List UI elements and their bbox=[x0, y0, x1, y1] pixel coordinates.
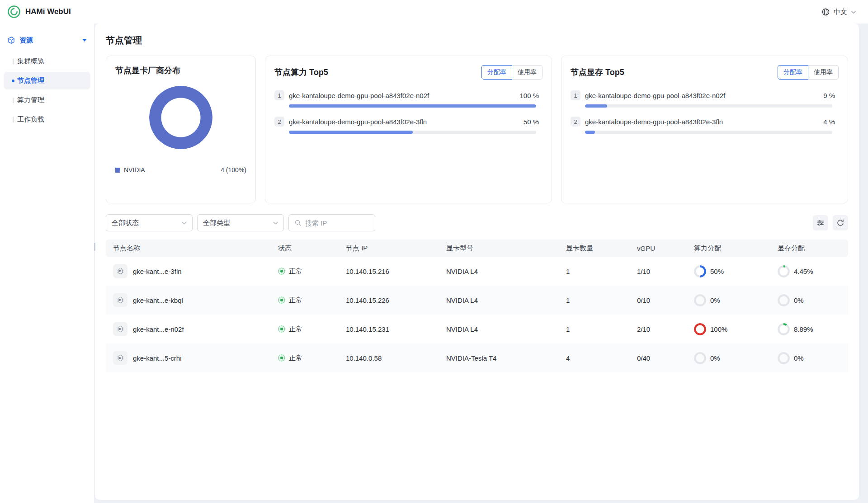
sidebar-item-compute-management[interactable]: 算力管理 bbox=[4, 91, 90, 109]
cell-node-ip: 10.140.15.226 bbox=[339, 296, 439, 304]
chevron-down-icon bbox=[273, 221, 278, 225]
cell-memory-allocation: 4.45% bbox=[770, 265, 848, 277]
cell-gpu-model: NVIDIA L4 bbox=[439, 325, 559, 333]
cell-node-ip: 10.140.15.231 bbox=[339, 325, 439, 333]
sidebar-resize-handle[interactable] bbox=[94, 243, 95, 251]
cell-memory-allocation: 0% bbox=[770, 294, 848, 306]
cell-gpu-model: NVIDIA L4 bbox=[439, 268, 559, 275]
col-header-status: 状态 bbox=[271, 244, 339, 253]
col-header-compute-allocation: 算力分配 bbox=[687, 244, 770, 253]
sidebar-item-node-management[interactable]: 节点管理 bbox=[4, 72, 90, 89]
chevron-down-icon bbox=[82, 39, 87, 42]
usage-rate-tab[interactable]: 使用率 bbox=[808, 65, 839, 80]
progress-fill bbox=[289, 131, 413, 134]
gpu-chip-icon bbox=[113, 351, 127, 365]
memory-percent: 8.89% bbox=[794, 325, 813, 333]
language-label: 中文 bbox=[834, 8, 847, 16]
col-header-node-name: 节点名称 bbox=[106, 244, 271, 253]
node-name: gke-kantaloupe-demo-gpu-pool-a843f02e-n0… bbox=[289, 92, 515, 99]
sidebar-item-workloads[interactable]: 工作负载 bbox=[4, 111, 90, 128]
progress-track bbox=[289, 131, 536, 134]
progress-track bbox=[585, 104, 832, 108]
column-settings-icon bbox=[816, 219, 825, 227]
sidebar-group-resources[interactable]: 资源 bbox=[0, 30, 94, 51]
table-settings-button[interactable] bbox=[813, 215, 828, 230]
node-name-text[interactable]: gke-kant...e-kbql bbox=[133, 296, 183, 304]
cell-gpu-count: 1 bbox=[559, 325, 630, 333]
compute-percent: 50% bbox=[710, 268, 724, 275]
cell-gpu-count: 1 bbox=[559, 296, 630, 304]
language-switcher[interactable]: 中文 bbox=[821, 8, 868, 16]
compute-ring-chart bbox=[694, 352, 706, 364]
progress-fill bbox=[585, 131, 595, 134]
vendor-distribution-card: 节点显卡厂商分布 NVIDIA 4 (100%) bbox=[106, 56, 256, 203]
allocation-rate-tab[interactable]: 分配率 bbox=[778, 65, 808, 80]
app-title: HAMi WebUI bbox=[25, 7, 71, 16]
main-area: 节点管理 节点显卡厂商分布 NVIDIA 4 (100%) 节点算力 Top5 bbox=[94, 24, 868, 503]
col-header-vgpu: vGPU bbox=[630, 244, 687, 252]
status-badge: 正常 bbox=[289, 325, 302, 334]
compute-percent: 0% bbox=[710, 354, 720, 362]
sidebar-item-label: 算力管理 bbox=[17, 96, 44, 103]
rank-badge: 2 bbox=[571, 117, 580, 127]
node-name-text[interactable]: gke-kant...e-n02f bbox=[133, 325, 184, 333]
node-value: 4 % bbox=[823, 118, 835, 126]
table-row[interactable]: gke-kant...e-kbql 正常 10.140.15.226 NVIDI… bbox=[106, 286, 848, 315]
cell-node-name: gke-kant...e-n02f bbox=[106, 322, 271, 336]
app-layout: 资源 集群概览 节点管理 算力管理 工作负载 节点管理 节点显卡厂商分布 NVI bbox=[0, 24, 868, 503]
chevron-down-icon bbox=[182, 221, 187, 225]
cell-vgpu: 0/40 bbox=[630, 354, 687, 362]
gpu-chip-icon bbox=[113, 293, 127, 307]
node-value: 50 % bbox=[524, 118, 539, 126]
cell-node-name: gke-kant...e-3fln bbox=[106, 264, 271, 278]
card-title: 节点显存 Top5 bbox=[571, 67, 624, 78]
brand: HAMi WebUI bbox=[0, 5, 71, 19]
table-row[interactable]: gke-kant...5-crhi 正常 10.140.0.58 NVIDIA-… bbox=[106, 343, 848, 372]
cell-status: 正常 bbox=[271, 354, 339, 362]
cell-status: 正常 bbox=[271, 325, 339, 334]
usage-rate-tab[interactable]: 使用率 bbox=[512, 65, 542, 80]
rank-badge: 2 bbox=[274, 117, 284, 127]
type-filter-value: 全部类型 bbox=[203, 219, 230, 227]
node-name-text[interactable]: gke-kant...5-crhi bbox=[133, 354, 182, 362]
cube-icon bbox=[7, 36, 15, 44]
content-panel: 节点管理 节点显卡厂商分布 NVIDIA 4 (100%) 节点算力 Top5 bbox=[95, 24, 859, 500]
compute-ring-chart bbox=[694, 294, 706, 306]
app-logo-icon bbox=[7, 5, 21, 19]
compute-ring-chart bbox=[694, 265, 706, 277]
node-name: gke-kantaloupe-demo-gpu-pool-a843f02e-n0… bbox=[585, 92, 819, 99]
search-box bbox=[288, 214, 375, 231]
table-row[interactable]: gke-kant...e-3fln 正常 10.140.15.216 NVIDI… bbox=[106, 257, 848, 286]
cell-node-name: gke-kant...e-kbql bbox=[106, 293, 271, 307]
cell-compute-allocation: 50% bbox=[687, 265, 770, 277]
legend-swatch bbox=[115, 168, 120, 173]
memory-top5-card: 节点显存 Top5 分配率 使用率 1 gke-kantaloupe-demo-… bbox=[561, 56, 848, 203]
table-body: gke-kant...e-3fln 正常 10.140.15.216 NVIDI… bbox=[106, 257, 848, 372]
list-item: 1 gke-kantaloupe-demo-gpu-pool-a843f02e-… bbox=[571, 90, 839, 108]
rate-toggle: 分配率 使用率 bbox=[481, 65, 542, 80]
sidebar-item-label: 工作负载 bbox=[17, 115, 44, 123]
table-row[interactable]: gke-kant...e-n02f 正常 10.140.15.231 NVIDI… bbox=[106, 315, 848, 343]
status-ok-icon bbox=[278, 325, 285, 333]
type-filter-select[interactable]: 全部类型 bbox=[197, 214, 284, 231]
cell-vgpu: 0/10 bbox=[630, 296, 687, 304]
filter-row: 全部状态 全部类型 bbox=[106, 214, 848, 231]
search-ip-input[interactable] bbox=[305, 219, 369, 227]
memory-ring-chart bbox=[778, 265, 790, 277]
compute-ring-chart bbox=[694, 323, 706, 335]
table-header-row: 节点名称 状态 节点 IP 显卡型号 显卡数量 vGPU 算力分配 显存分配 bbox=[106, 240, 848, 257]
node-name-text[interactable]: gke-kant...e-3fln bbox=[133, 268, 182, 275]
allocation-rate-tab[interactable]: 分配率 bbox=[481, 65, 512, 80]
cell-compute-allocation: 0% bbox=[687, 294, 770, 306]
refresh-icon bbox=[836, 219, 844, 227]
progress-track bbox=[289, 104, 536, 108]
status-filter-select[interactable]: 全部状态 bbox=[106, 214, 193, 231]
refresh-button[interactable] bbox=[833, 215, 848, 230]
gpu-chip-icon bbox=[113, 322, 127, 336]
progress-track bbox=[585, 131, 832, 134]
cell-node-ip: 10.140.0.58 bbox=[339, 354, 439, 362]
status-badge: 正常 bbox=[289, 267, 302, 276]
cell-status: 正常 bbox=[271, 296, 339, 305]
cell-node-name: gke-kant...5-crhi bbox=[106, 351, 271, 365]
sidebar-item-cluster-overview[interactable]: 集群概览 bbox=[4, 52, 90, 70]
